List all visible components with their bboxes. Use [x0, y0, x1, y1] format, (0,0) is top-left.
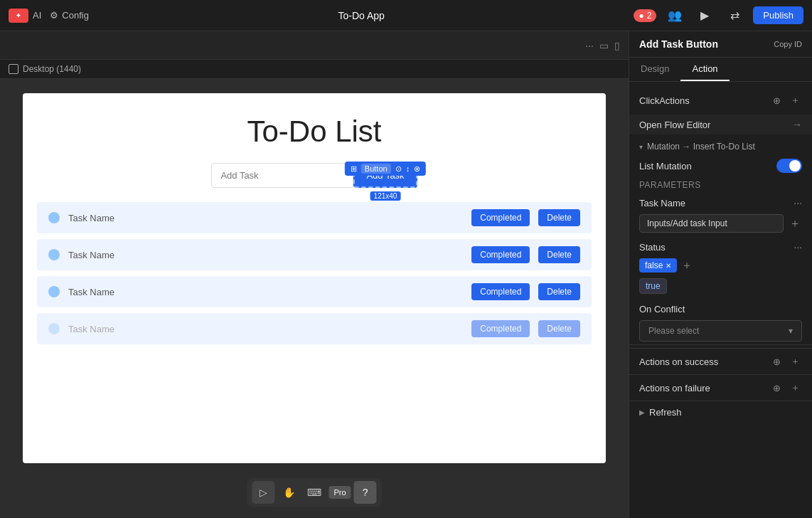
todo-title: To-Do List	[23, 93, 606, 163]
list-mutation-label: List Mutation	[639, 161, 692, 171]
copy-icon[interactable]: ⊕	[769, 93, 784, 107]
refresh-expand-icon: ▶	[639, 408, 645, 416]
copy-id-button[interactable]: Copy ID	[774, 40, 802, 48]
share-icon[interactable]: ⇄	[723, 4, 746, 27]
list-mutation-row: List Mutation	[629, 156, 812, 176]
mutation-title: Mutation → Insert To-Do List	[647, 142, 755, 152]
add-task-button-container: ⊞ Button ⊙ ↕ ⊗ Add Task 121x40	[353, 163, 417, 188]
parameters-label: Parameters	[629, 176, 812, 194]
task-name: Task Name	[68, 250, 463, 260]
task-name-options[interactable]: ···	[794, 197, 802, 208]
true-tag-group: true	[629, 275, 812, 297]
table-row: Task Name Completed Delete	[37, 239, 592, 270]
table-row: Task Name Completed Delete	[37, 202, 592, 233]
canvas-area: ··· ▭ ▯ Desktop (1440) To-Do List ⊞ Butt…	[0, 31, 629, 518]
rect-icon[interactable]: ▭	[599, 40, 609, 51]
mutation-collapse-icon[interactable]: ▾	[639, 143, 643, 151]
actions-on-success-label: Actions on success	[639, 356, 718, 367]
tooltip-move-icon[interactable]: ↕	[406, 164, 410, 173]
task-circle	[48, 286, 60, 297]
input-tag[interactable]: Inputs/Add task Input	[639, 214, 784, 233]
true-tag: true	[639, 278, 667, 294]
table-row: Task Name Completed Delete	[37, 313, 592, 344]
flow-label: Open Flow Editor	[639, 120, 710, 130]
divider-1	[629, 344, 812, 345]
completed-button[interactable]: Completed	[471, 320, 530, 337]
tab-action[interactable]: Action	[680, 58, 729, 81]
tooltip-label: Button	[361, 164, 391, 174]
canvas-content[interactable]: To-Do List ⊞ Button ⊙ ↕ ⊗ Add Task	[0, 79, 629, 518]
hand-tool[interactable]: ✋	[277, 481, 300, 504]
main-area: ··· ▭ ▯ Desktop (1440) To-Do List ⊞ Butt…	[0, 31, 812, 518]
bottom-toolbar: ▷ ✋ ⌨ Pro ?	[246, 478, 382, 507]
config-label: Config	[62, 10, 89, 21]
task-name: Task Name	[68, 287, 463, 297]
please-select-dropdown[interactable]: Please select ▾	[639, 320, 802, 342]
task-list: Task Name Completed Delete Task Name Com…	[23, 195, 606, 357]
failure-add-icon[interactable]: ＋	[788, 381, 802, 395]
click-actions-icons: ⊕ ＋	[769, 93, 802, 107]
delete-button[interactable]: Delete	[538, 283, 580, 300]
logo-icon: ✦	[9, 9, 28, 23]
add-task-row: ⊞ Button ⊙ ↕ ⊗ Add Task 121x40	[23, 163, 606, 188]
status-options[interactable]: ···	[794, 241, 802, 253]
actions-on-success-row: Actions on success ⊕ ＋	[629, 348, 812, 374]
ai-label: AI	[33, 10, 41, 21]
delete-button[interactable]: Delete	[538, 320, 580, 337]
completed-button[interactable]: Completed	[471, 246, 530, 263]
status-param-row: Status ···	[629, 238, 812, 255]
add-task-input[interactable]	[211, 163, 353, 188]
completed-button[interactable]: Completed	[471, 283, 530, 300]
play-icon[interactable]: ▶	[693, 4, 716, 27]
failure-copy-icon[interactable]: ⊕	[769, 381, 784, 395]
help-button[interactable]: ?	[354, 481, 377, 504]
mutation-header: ▾ Mutation → Insert To-Do List	[629, 137, 812, 156]
success-icons: ⊕ ＋	[769, 354, 802, 369]
refresh-section[interactable]: ▶ Refresh	[629, 401, 812, 423]
failure-icons: ⊕ ＋	[769, 381, 802, 395]
tooltip-delete-icon[interactable]: ⊗	[414, 164, 420, 174]
text-tool[interactable]: ⌨	[303, 481, 326, 504]
mobile-icon[interactable]: ▯	[614, 40, 620, 51]
alert-icon: ●	[639, 11, 643, 21]
panel-title: Add Task Button	[639, 38, 718, 50]
on-conflict-row: On Conflict	[629, 301, 812, 317]
add-tag-icon[interactable]: ＋	[680, 258, 694, 273]
status-param-label: Status	[639, 242, 666, 253]
cursor-tool[interactable]: ▷	[252, 481, 274, 504]
input-tag-row: Inputs/Add task Input ＋	[629, 211, 812, 236]
on-conflict-label: On Conflict	[639, 304, 685, 314]
please-select-label: Please select	[648, 326, 699, 336]
false-tag-remove[interactable]: ✕	[666, 262, 671, 270]
publish-button[interactable]: Publish	[753, 6, 803, 24]
delete-button[interactable]: Delete	[538, 209, 580, 226]
tooltip-icon: ⊞	[351, 164, 357, 174]
tooltip-copy-icon[interactable]: ⊙	[395, 164, 402, 174]
list-mutation-toggle[interactable]	[776, 159, 802, 173]
actions-on-failure-row: Actions on failure ⊕ ＋	[629, 374, 812, 401]
nav-right: ● 2 👥 ▶ ⇄ Publish	[634, 4, 803, 27]
alert-badge[interactable]: ● 2	[634, 9, 656, 22]
table-row: Task Name Completed Delete	[37, 276, 592, 307]
open-flow-row[interactable]: Open Flow Editor →	[629, 115, 812, 134]
config-button[interactable]: ⚙ Config	[50, 10, 89, 21]
pro-badge[interactable]: Pro	[328, 486, 351, 499]
success-copy-icon[interactable]: ⊕	[769, 354, 784, 369]
click-actions-title: ClickActions	[639, 95, 690, 106]
completed-button[interactable]: Completed	[471, 209, 530, 226]
add-input-icon[interactable]: ＋	[788, 216, 802, 231]
tab-design[interactable]: Design	[629, 58, 680, 81]
users-icon[interactable]: 👥	[663, 4, 686, 27]
delete-button[interactable]: Delete	[538, 246, 580, 263]
task-circle	[48, 323, 60, 334]
frame-icon	[9, 64, 18, 74]
alert-count: 2	[647, 11, 652, 21]
flow-arrow-icon: →	[792, 119, 802, 130]
task-name-param-row: Task Name ···	[629, 194, 812, 211]
task-name: Task Name	[68, 213, 463, 223]
add-icon[interactable]: ＋	[788, 93, 802, 107]
success-add-icon[interactable]: ＋	[788, 354, 802, 369]
dots-icon[interactable]: ···	[585, 40, 594, 51]
false-tag: false ✕	[639, 258, 677, 273]
gear-icon: ⚙	[50, 10, 58, 21]
